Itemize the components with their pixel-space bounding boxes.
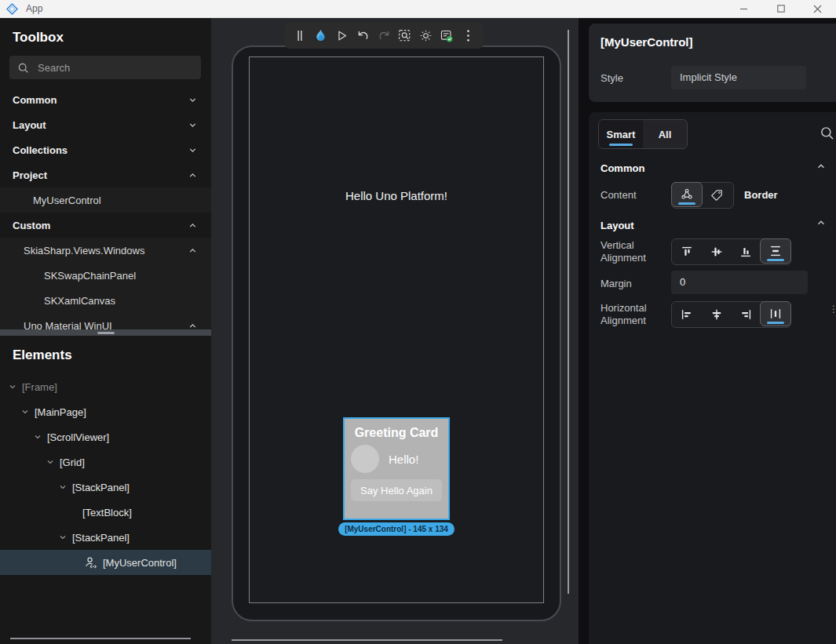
pick-element-icon[interactable]	[396, 27, 414, 45]
selection-header-card: [MyUserControl] Style Implicit Style	[589, 24, 836, 102]
toolbox-section-common[interactable]: Common	[0, 87, 211, 112]
content-presenter-option[interactable]	[671, 182, 703, 207]
content-tag-option[interactable]	[702, 183, 732, 208]
splitter-handle-icon	[97, 332, 115, 334]
toolbox-section-collections[interactable]: Collections	[0, 137, 211, 162]
vertical-alignment-group	[671, 238, 791, 265]
valign-bottom-option[interactable]	[732, 239, 761, 264]
chevron-up-icon[interactable]	[188, 220, 198, 231]
halign-stretch-option[interactable]	[760, 301, 791, 326]
align-top-icon	[680, 245, 694, 259]
left-sidebar: Toolbox Search Common Layout Collections	[0, 18, 211, 644]
align-vcenter-icon	[710, 245, 724, 259]
tree-row-textblock[interactable]: [TextBlock]	[0, 500, 211, 525]
tree-row-stackpanel-2[interactable]: [StackPanel]	[0, 525, 211, 550]
chevron-down-icon[interactable]	[46, 457, 55, 467]
chevron-up-icon[interactable]	[816, 161, 827, 172]
horizontal-alignment-group	[671, 301, 791, 328]
drag-handle-icon[interactable]	[291, 27, 308, 45]
tab-smart[interactable]: Smart	[599, 120, 643, 148]
chevron-down-icon[interactable]	[20, 407, 30, 417]
design-canvas[interactable]: Hello Uno Platform! Greeting Card Hello!…	[211, 18, 579, 644]
window-title: App	[26, 3, 42, 14]
content-mode-toggle	[671, 182, 734, 209]
style-label: Style	[601, 72, 623, 84]
tree-row-grid[interactable]: [Grid]	[0, 449, 211, 475]
tree-row-scrollviewer[interactable]: [ScrollViewer]	[0, 424, 211, 449]
toolbox-item-myusercontrol[interactable]: MyUserControl	[0, 187, 211, 213]
close-icon	[813, 5, 822, 13]
redo-icon[interactable]	[375, 27, 392, 45]
tree-row-stackpanel-1[interactable]: [StackPanel]	[0, 475, 211, 500]
toolbox-group-skiasharp[interactable]: SkiaSharp.Views.Windows	[0, 238, 211, 263]
properties-search-icon[interactable]	[819, 125, 836, 142]
halign-center-option[interactable]	[702, 302, 732, 327]
phone-frame: Hello Uno Platform! Greeting Card Hello!…	[232, 45, 561, 621]
maximize-button[interactable]	[762, 0, 799, 17]
say-hello-again-button[interactable]: Say Hello Again	[351, 479, 442, 501]
close-button[interactable]	[799, 0, 836, 17]
toolbox-section-layout[interactable]: Layout	[0, 112, 211, 137]
maximize-icon	[777, 5, 785, 13]
theme-toggle-sun-icon[interactable]	[418, 27, 435, 45]
minimize-icon	[739, 5, 748, 13]
tree-row-myusercontrol-selected[interactable]: [MyUserControl]	[0, 550, 211, 575]
panel-splitter[interactable]	[0, 329, 211, 336]
chevron-down-icon[interactable]	[33, 432, 42, 442]
chevron-up-icon[interactable]	[188, 321, 198, 330]
toolbox-item-skxamlcanvas[interactable]: SKXamlCanvas	[0, 288, 211, 313]
phone-screen[interactable]: Hello Uno Platform! Greeting Card Hello!…	[249, 56, 544, 603]
tree-row-mainpage[interactable]: [MainPage]	[0, 399, 211, 424]
toolbox-search-placeholder: Search	[38, 62, 70, 74]
valign-top-option[interactable]	[672, 239, 702, 264]
border-label: Border	[744, 189, 778, 201]
properties-card: Smart All Common Content	[589, 112, 836, 644]
play-icon[interactable]	[334, 27, 351, 45]
selected-usercontrol[interactable]: Greeting Card Hello! Say Hello Again	[343, 417, 450, 520]
chevron-down-icon[interactable]	[188, 120, 198, 130]
alignment-more-icon[interactable]: ⋮	[829, 307, 836, 311]
canvas-vertical-scrollbar[interactable]	[568, 30, 569, 594]
sidebar-scrollbar[interactable]	[10, 638, 191, 639]
chevron-up-icon[interactable]	[188, 246, 198, 256]
tree-row-frame[interactable]: [Frame]	[0, 374, 211, 399]
app-logo-icon	[6, 3, 18, 15]
valign-center-option[interactable]	[702, 239, 732, 264]
more-icon[interactable]	[459, 27, 476, 45]
selected-element-name: [MyUserControl]	[589, 24, 836, 49]
tab-all[interactable]: All	[643, 120, 687, 148]
chevron-up-icon[interactable]	[188, 170, 198, 180]
search-icon	[17, 62, 29, 74]
halign-right-option[interactable]	[732, 302, 761, 327]
horizontal-alignment-label: Horizontal Alignment	[601, 302, 647, 327]
hot-reload-flame-icon[interactable]	[312, 27, 330, 45]
toolbox-section-project[interactable]: Project	[0, 162, 211, 187]
chevron-down-icon[interactable]	[58, 482, 68, 492]
tag-icon	[710, 188, 724, 202]
chevron-down-icon[interactable]	[58, 533, 68, 542]
undo-icon[interactable]	[354, 27, 371, 45]
toolbox-group-uno-material[interactable]: Uno Material WinUI	[0, 313, 211, 329]
margin-value-field[interactable]: 0	[671, 271, 808, 294]
toolbox-title: Toolbox	[0, 18, 211, 45]
section-layout-title: Layout	[601, 220, 634, 231]
chevron-up-icon[interactable]	[816, 217, 827, 228]
toolbox-item-skswapchainpanel[interactable]: SKSwapChainPanel	[0, 263, 211, 288]
greeting-text: Hello!	[389, 453, 418, 466]
halign-left-option[interactable]	[672, 302, 702, 327]
align-left-icon	[680, 307, 694, 322]
chevron-down-icon[interactable]	[188, 145, 198, 155]
align-hcenter-icon	[710, 307, 724, 322]
minimize-button[interactable]	[725, 0, 762, 17]
toolbox-section-custom[interactable]: Custom	[0, 213, 211, 238]
template-molecule-icon	[680, 187, 694, 202]
toolbox-search-input[interactable]: Search	[9, 56, 201, 79]
chevron-down-icon[interactable]	[188, 95, 198, 105]
chevron-down-icon[interactable]	[8, 382, 17, 391]
style-value-field[interactable]: Implicit Style	[671, 66, 806, 89]
properties-tabs: Smart All	[598, 119, 688, 149]
validation-check-icon[interactable]	[438, 27, 455, 45]
canvas-textblock[interactable]: Hello Uno Platform!	[250, 189, 543, 202]
valign-stretch-option[interactable]	[760, 238, 791, 264]
canvas-horizontal-scrollbar[interactable]	[232, 639, 502, 641]
